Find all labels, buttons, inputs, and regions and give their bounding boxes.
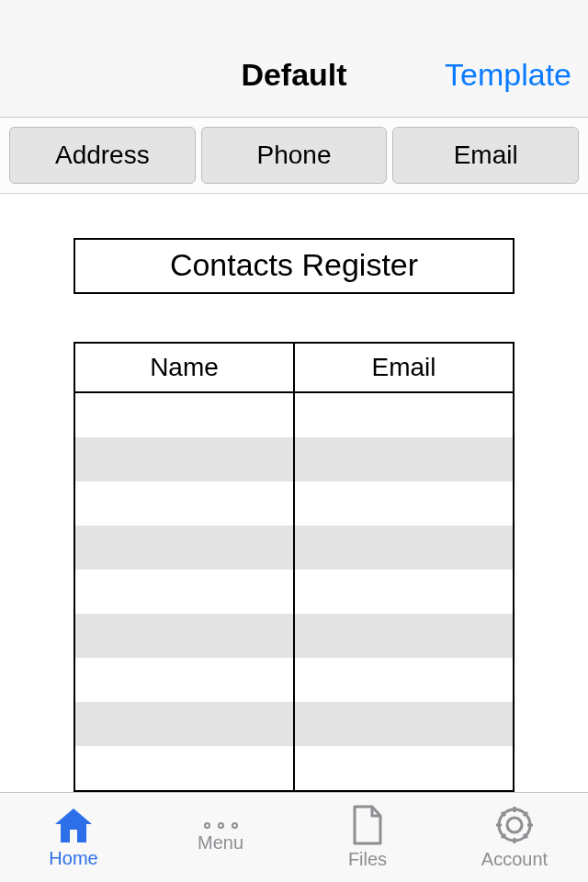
tab-address[interactable]: Address	[9, 127, 196, 184]
sheet-title: Contacts Register	[74, 238, 514, 294]
tabbar-item-home[interactable]: Home	[0, 793, 147, 882]
table-header: Name Email	[75, 344, 513, 393]
table-row[interactable]	[75, 570, 513, 614]
tabbar-label: Files	[348, 849, 387, 870]
gear-icon	[494, 805, 535, 845]
contacts-table: Name Email	[74, 342, 514, 792]
menu-icon	[204, 822, 238, 829]
tabbar-label: Account	[481, 849, 548, 870]
home-icon	[51, 806, 96, 844]
table-row[interactable]	[75, 746, 513, 790]
column-header-name: Name	[75, 344, 293, 391]
table-row[interactable]	[75, 702, 513, 746]
tabbar-label: Home	[49, 848, 97, 869]
tabbar-item-account[interactable]: Account	[441, 793, 588, 882]
table-row[interactable]	[75, 526, 513, 570]
navbar: Default Template	[0, 0, 588, 118]
tab-phone[interactable]: Phone	[201, 127, 388, 184]
table-row[interactable]	[75, 481, 513, 526]
svg-point-0	[507, 818, 522, 832]
table-row[interactable]	[75, 393, 513, 437]
table-row[interactable]	[75, 437, 513, 481]
table-row[interactable]	[75, 614, 513, 658]
view-tabs: Address Phone Email	[0, 118, 588, 194]
tabbar-item-files[interactable]: Files	[294, 793, 441, 882]
content-area: Contacts Register Name Email	[0, 194, 588, 792]
file-icon	[352, 805, 383, 845]
tab-bar: Home Menu Files	[0, 792, 588, 882]
table-body	[75, 393, 513, 790]
column-header-email: Email	[293, 344, 513, 391]
table-row[interactable]	[75, 658, 513, 702]
tabbar-label: Menu	[198, 832, 243, 854]
template-button[interactable]: Template	[445, 57, 571, 93]
tab-email[interactable]: Email	[392, 127, 579, 184]
tabbar-item-menu[interactable]: Menu	[147, 793, 294, 882]
